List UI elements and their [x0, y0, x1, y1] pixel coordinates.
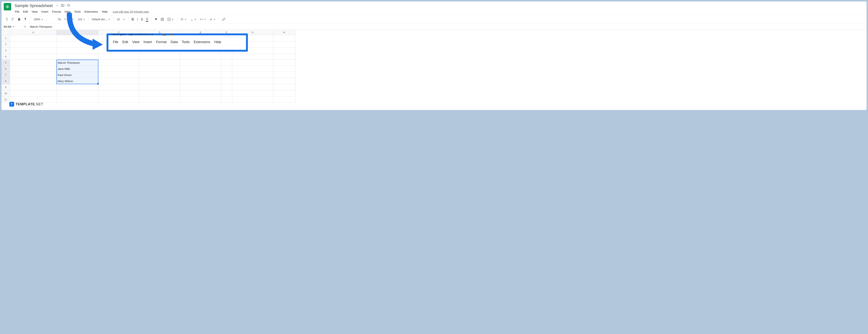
callout-menu-insert[interactable]: Insert: [142, 39, 153, 45]
cell[interactable]: [273, 54, 296, 60]
cell[interactable]: [273, 66, 296, 72]
cell[interactable]: [221, 96, 232, 103]
cell[interactable]: [273, 84, 296, 90]
borders-button[interactable]: [159, 17, 165, 22]
cell[interactable]: [273, 72, 296, 78]
sheets-logo[interactable]: [4, 3, 11, 10]
cell[interactable]: [57, 84, 98, 90]
callout-menu-tools[interactable]: Tools: [180, 39, 191, 45]
row-header[interactable]: 7: [1, 72, 10, 78]
cell[interactable]: [273, 78, 296, 84]
cell[interactable]: [57, 54, 98, 60]
cell[interactable]: [139, 54, 180, 60]
name-box[interactable]: B5:B8▼: [3, 24, 22, 29]
cell[interactable]: [232, 84, 273, 90]
paint-format-icon[interactable]: [23, 17, 28, 22]
bold-button[interactable]: B: [130, 17, 135, 22]
menu-view[interactable]: View: [30, 9, 39, 14]
cell[interactable]: [180, 60, 221, 66]
row-header[interactable]: 8: [1, 78, 10, 84]
cell[interactable]: [98, 72, 139, 78]
cell[interactable]: [98, 78, 139, 84]
menu-help[interactable]: Help: [100, 9, 109, 14]
cell[interactable]: [139, 96, 180, 103]
row-header[interactable]: 1: [1, 35, 10, 41]
font-size-dropdown[interactable]: 10▼: [115, 17, 126, 22]
cell[interactable]: [180, 54, 221, 60]
callout-menu-data[interactable]: Data: [169, 39, 179, 45]
rotate-button[interactable]: ▼: [208, 17, 217, 22]
link-button[interactable]: [221, 17, 226, 22]
menu-file[interactable]: File: [13, 9, 21, 14]
cell[interactable]: [232, 54, 273, 60]
number-format-dropdown[interactable]: 123▼: [76, 17, 87, 22]
cell[interactable]: [273, 41, 296, 47]
cell[interactable]: [10, 60, 57, 66]
cell[interactable]: [98, 96, 139, 103]
font-dropdown[interactable]: Default (Ari...▼: [90, 17, 112, 22]
cell[interactable]: [273, 47, 296, 54]
col-header[interactable]: H: [273, 30, 296, 35]
fill-color-button[interactable]: [153, 17, 159, 22]
cell[interactable]: [221, 66, 232, 72]
row-header[interactable]: 10: [1, 90, 10, 96]
menu-edit[interactable]: Edit: [22, 9, 29, 14]
menu-insert[interactable]: Insert: [40, 9, 50, 14]
cell[interactable]: [98, 54, 139, 60]
cell[interactable]: [221, 84, 232, 90]
cell[interactable]: Paul Orson: [57, 72, 98, 78]
cell[interactable]: [57, 41, 98, 47]
cell[interactable]: [139, 72, 180, 78]
cell[interactable]: [139, 90, 180, 96]
row-header[interactable]: 9: [1, 84, 10, 90]
row-header[interactable]: 5: [1, 60, 10, 66]
cell[interactable]: Jane Mills: [57, 66, 98, 72]
cell[interactable]: [221, 54, 232, 60]
cell[interactable]: [273, 96, 296, 103]
cell[interactable]: [273, 60, 296, 66]
increase-decimal-button[interactable]: .00↑: [69, 17, 75, 22]
merge-cells-button[interactable]: ▼: [166, 17, 175, 22]
decrease-decimal-button[interactable]: .0↓: [63, 17, 68, 22]
cell[interactable]: [180, 96, 221, 103]
undo-icon[interactable]: [4, 17, 9, 22]
col-header[interactable]: B: [57, 30, 98, 35]
cell[interactable]: [10, 84, 57, 90]
menu-data[interactable]: Data: [63, 9, 72, 14]
cell[interactable]: [10, 54, 57, 60]
cell[interactable]: [180, 78, 221, 84]
zoom-dropdown[interactable]: 100%▼: [32, 17, 45, 22]
cell[interactable]: [221, 78, 232, 84]
last-edit-link[interactable]: Last edit was 29 minutes ago: [113, 10, 149, 13]
cell[interactable]: [10, 78, 57, 84]
cell[interactable]: Marvin Thompson: [57, 60, 98, 66]
callout-menu-format[interactable]: Format: [155, 39, 168, 45]
menu-tools[interactable]: Tools: [73, 9, 82, 14]
cell[interactable]: [180, 66, 221, 72]
percent-button[interactable]: %: [57, 17, 62, 22]
cell[interactable]: [232, 78, 273, 84]
menu-format[interactable]: Format: [51, 9, 62, 14]
cell[interactable]: Mary Wilson: [57, 78, 98, 84]
cell[interactable]: [273, 35, 296, 41]
cell[interactable]: [10, 66, 57, 72]
callout-menu-file[interactable]: File: [112, 39, 120, 45]
cell[interactable]: [98, 60, 139, 66]
cell[interactable]: [57, 47, 98, 54]
cell[interactable]: [10, 41, 57, 47]
row-header[interactable]: 6: [1, 66, 10, 72]
cell[interactable]: [57, 96, 98, 103]
cell[interactable]: [180, 72, 221, 78]
cell[interactable]: [139, 78, 180, 84]
cell[interactable]: [98, 90, 139, 96]
cell[interactable]: [273, 90, 296, 96]
cell[interactable]: [221, 60, 232, 66]
cell[interactable]: [221, 72, 232, 78]
h-align-button[interactable]: ▼: [179, 17, 188, 22]
move-icon[interactable]: [61, 3, 64, 8]
callout-menu-view[interactable]: View: [131, 39, 141, 45]
cell[interactable]: [232, 60, 273, 66]
text-color-button[interactable]: A: [145, 16, 149, 22]
cell[interactable]: [10, 47, 57, 54]
redo-icon[interactable]: [10, 17, 16, 22]
